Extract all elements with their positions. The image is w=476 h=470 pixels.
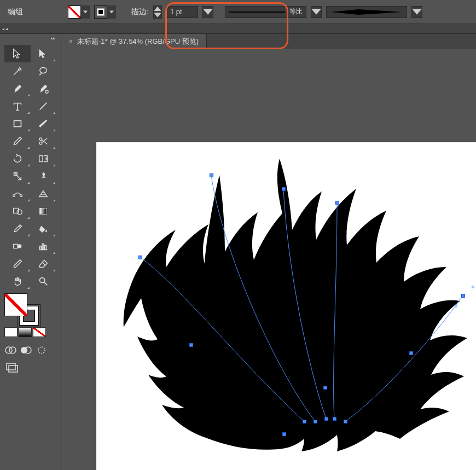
handle-point[interactable]	[472, 286, 474, 288]
anchor-point[interactable]	[282, 187, 286, 191]
stroke-weight-up[interactable]	[154, 6, 161, 12]
anchor-point[interactable]	[303, 420, 306, 423]
pencil-tool[interactable]	[4, 132, 31, 150]
paintbrush-tool[interactable]	[31, 115, 57, 132]
artboard[interactable]	[96, 142, 476, 470]
document-tab[interactable]: × 未标题-1* @ 37.54% (RGB/GPU 预览)	[61, 34, 207, 49]
pushpin-tool[interactable]	[31, 167, 57, 185]
anchor-point[interactable]	[409, 351, 413, 355]
draw-inside-icon[interactable]	[35, 345, 48, 356]
svg-point-8	[17, 210, 22, 214]
svg-rect-18	[7, 363, 15, 370]
svg-point-0	[45, 90, 49, 94]
direct-selection-tool[interactable]	[31, 45, 57, 62]
color-mode-gradient[interactable]	[19, 327, 32, 337]
anchor-point[interactable]	[344, 420, 347, 423]
variable-width-profile[interactable]: 等比	[225, 6, 306, 18]
anchor-point[interactable]	[282, 432, 286, 436]
stroke-weight-down[interactable]	[154, 12, 161, 18]
magic-wand-tool[interactable]	[4, 62, 31, 80]
gradient-tool[interactable]	[31, 202, 57, 220]
stroke-weight-input[interactable]	[166, 6, 198, 18]
anchor-point[interactable]	[138, 256, 142, 259]
svg-point-17	[38, 347, 45, 353]
fill-swatch[interactable]	[68, 5, 81, 19]
anchor-point[interactable]	[324, 417, 328, 421]
svg-rect-4	[39, 156, 43, 162]
tool-panel-collapse[interactable]	[0, 36, 61, 44]
section-label: 编组	[4, 7, 26, 17]
screen-mode-icon[interactable]	[4, 361, 20, 373]
draw-normal-icon[interactable]	[4, 345, 18, 356]
svg-rect-10	[13, 244, 17, 248]
rectangle-tool[interactable]	[4, 115, 31, 132]
perspective-grid-tool[interactable]	[31, 185, 57, 202]
anchor-point[interactable]	[335, 201, 339, 205]
svg-rect-19	[9, 365, 18, 372]
eraser-tool[interactable]	[31, 255, 57, 272]
lasso-tool[interactable]	[31, 62, 57, 80]
live-paint-bucket-tool[interactable]	[31, 220, 57, 237]
shape-builder-tool[interactable]	[4, 202, 31, 220]
draw-behind-icon[interactable]	[20, 345, 33, 356]
svg-point-15	[21, 347, 27, 353]
reflect-tool[interactable]	[31, 150, 57, 167]
anchor-point[interactable]	[323, 386, 327, 390]
brush-definition-menu[interactable]	[411, 6, 422, 18]
zoom-tool[interactable]	[31, 272, 57, 290]
svg-rect-9	[40, 208, 47, 214]
stroke-swatch-menu[interactable]	[107, 5, 116, 19]
width-tool[interactable]	[4, 185, 31, 202]
color-mode-none[interactable]	[33, 327, 46, 337]
anchor-point[interactable]	[461, 294, 465, 298]
stroke-weight-stepper[interactable]	[153, 5, 162, 19]
anchor-point[interactable]	[189, 343, 193, 347]
document-title: 未标题-1* @ 37.54% (RGB/GPU 预览)	[77, 37, 199, 47]
svg-point-12	[40, 278, 45, 283]
hand-tool[interactable]	[4, 272, 31, 290]
stroke-weight-menu[interactable]	[202, 6, 213, 18]
color-mode-solid[interactable]	[4, 327, 18, 337]
svg-point-14	[9, 347, 16, 353]
top-options-bar: 编组 描边: 等比	[0, 0, 476, 24]
scissors-tool[interactable]	[31, 132, 57, 150]
line-segment-tool[interactable]	[31, 97, 57, 115]
anchor-point[interactable]	[333, 417, 336, 421]
panel-collapse-button[interactable]	[0, 24, 476, 34]
stroke-swatch-group[interactable]	[94, 5, 116, 19]
fill-stroke-indicator[interactable]	[0, 291, 61, 325]
tool-panel	[0, 34, 61, 470]
document-tab-bar: × 未标题-1* @ 37.54% (RGB/GPU 预览)	[61, 34, 476, 49]
svg-point-11	[18, 244, 21, 248]
pen-tool[interactable]	[4, 80, 31, 97]
eyedropper-tool[interactable]	[4, 220, 31, 237]
canvas-region[interactable]	[61, 49, 476, 470]
anchor-point[interactable]	[314, 420, 317, 423]
type-tool[interactable]	[4, 97, 31, 115]
svg-point-13	[5, 347, 12, 353]
anchor-point[interactable]	[210, 173, 213, 177]
close-icon[interactable]: ×	[69, 38, 73, 45]
leaf-artwork[interactable]	[96, 142, 476, 470]
selection-tool[interactable]	[4, 45, 31, 62]
blend-tool[interactable]	[4, 237, 31, 255]
stroke-swatch[interactable]	[94, 5, 107, 19]
rotate-tool[interactable]	[4, 150, 31, 167]
fill-swatch-group[interactable]	[68, 5, 90, 19]
scale-tool[interactable]	[4, 167, 31, 185]
fill-swatch-menu[interactable]	[81, 5, 90, 19]
variable-width-profile-menu[interactable]	[311, 6, 322, 18]
svg-rect-1	[14, 121, 21, 127]
stroke-weight-label: 描边:	[131, 7, 149, 17]
column-graph-tool[interactable]	[31, 237, 57, 255]
slice-tool[interactable]	[4, 255, 31, 272]
brush-definition[interactable]	[326, 6, 407, 18]
curvature-pen-tool[interactable]	[31, 80, 57, 97]
handle-point[interactable]	[455, 305, 457, 307]
fill-color-swatch[interactable]	[4, 293, 27, 316]
